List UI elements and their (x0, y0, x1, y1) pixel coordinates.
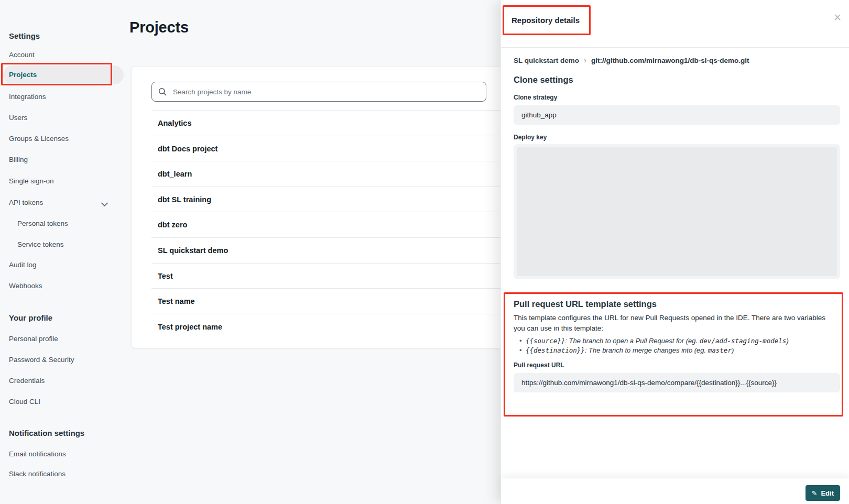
sidebar-item-cloud-cli[interactable]: Cloud CLI (9, 397, 40, 406)
pull-request-url-label: Pull request URL (514, 361, 842, 369)
search-field (151, 82, 486, 102)
variable-destination-text: : The branch to merge changes into (eg. (585, 346, 708, 354)
variable-source-text: : The branch to open a Pull Request for … (565, 337, 700, 345)
deploy-key-value (514, 144, 840, 279)
clone-strategy-value: github_app (514, 105, 840, 125)
sidebar-item-email-notifications[interactable]: Email notifications (9, 450, 66, 458)
annotation-box-repository-details: Repository details (503, 5, 591, 35)
variable-source-suffix: ) (786, 337, 788, 345)
deploy-key-label: Deploy key (514, 134, 547, 141)
sidebar-item-projects-label: Projects (9, 65, 37, 84)
sidebar-item-billing[interactable]: Billing (9, 155, 28, 164)
search-icon (158, 87, 167, 98)
sidebar-item-slack-notifications[interactable]: Slack notifications (9, 469, 66, 478)
deploy-key-redacted-content (517, 147, 837, 276)
breadcrumb-repo-url: git://github.com/mirnawong1/db-sl-qs-dem… (591, 57, 749, 64)
sidebar-item-users[interactable]: Users (9, 113, 27, 122)
clone-settings-heading: Clone settings (514, 74, 573, 85)
breadcrumb: SL quickstart demo › git://github.com/mi… (514, 55, 749, 65)
sidebar-item-credentials[interactable]: Credentials (9, 376, 45, 385)
settings-sidebar: Settings Account Projects Integrations U… (0, 0, 126, 504)
search-input[interactable] (151, 82, 486, 102)
variable-source-code: {{source}} (526, 337, 565, 345)
chevron-right-icon: › (584, 56, 586, 65)
sidebar-item-personal-profile[interactable]: Personal profile (9, 334, 58, 343)
panel-footer: ✎ Edit (501, 478, 849, 504)
sidebar-heading-your-profile: Your profile (9, 313, 52, 323)
annotation-box-pr-template-section: Pull request URL template settings This … (504, 292, 843, 417)
close-icon[interactable]: ✕ (831, 12, 844, 24)
sidebar-item-projects[interactable]: Projects (3, 65, 124, 84)
edit-button[interactable]: ✎ Edit (806, 485, 840, 501)
breadcrumb-project[interactable]: SL quickstart demo (514, 57, 579, 64)
pr-template-description: This template configures the URL for new… (514, 313, 833, 333)
list-item: •{{destination}}: The branch to merge ch… (519, 346, 842, 355)
list-item: •{{source}}: The branch to open a Pull R… (519, 336, 842, 346)
sidebar-heading-settings: Settings (9, 31, 40, 41)
bullet-icon: • (519, 346, 526, 355)
pencil-icon: ✎ (812, 489, 818, 497)
variable-source-example: dev/add-staging-models (700, 337, 787, 345)
clone-strategy-label: Clone strategy (514, 94, 557, 102)
pull-request-url-value: https://github.com/mirnawong1/db-sl-qs-d… (514, 373, 840, 392)
variable-destination-example: master (708, 346, 732, 354)
sidebar-item-password-security[interactable]: Password & Security (9, 355, 74, 364)
bullet-icon: • (519, 336, 526, 346)
sidebar-item-integrations[interactable]: Integrations (9, 92, 46, 101)
panel-title: Repository details (511, 16, 580, 25)
pr-template-heading: Pull request URL template settings (514, 298, 833, 310)
repository-details-panel: Repository details ✕ SL quickstart demo … (500, 0, 849, 504)
page-title: Projects (129, 19, 189, 36)
panel-header-divider (501, 47, 849, 48)
sidebar-heading-notification-settings: Notification settings (9, 429, 84, 438)
sidebar-item-personal-tokens[interactable]: Personal tokens (17, 219, 68, 228)
sidebar-item-audit-log[interactable]: Audit log (9, 260, 37, 269)
variable-destination-suffix: ) (732, 346, 734, 354)
sidebar-item-api-tokens[interactable]: API tokens (9, 198, 43, 207)
sidebar-item-groups-licenses[interactable]: Groups & Licenses (9, 134, 69, 143)
edit-button-label: Edit (821, 489, 834, 497)
variable-destination-code: {{destination}} (526, 346, 585, 354)
sidebar-item-service-tokens[interactable]: Service tokens (17, 240, 64, 249)
chevron-down-icon[interactable] (101, 200, 108, 209)
sidebar-item-webhooks[interactable]: Webhooks (9, 281, 42, 290)
sidebar-item-account[interactable]: Account (9, 50, 35, 59)
sidebar-item-single-sign-on[interactable]: Single sign-on (9, 177, 54, 185)
pr-template-variables-list: •{{source}}: The branch to open a Pull R… (519, 336, 842, 355)
